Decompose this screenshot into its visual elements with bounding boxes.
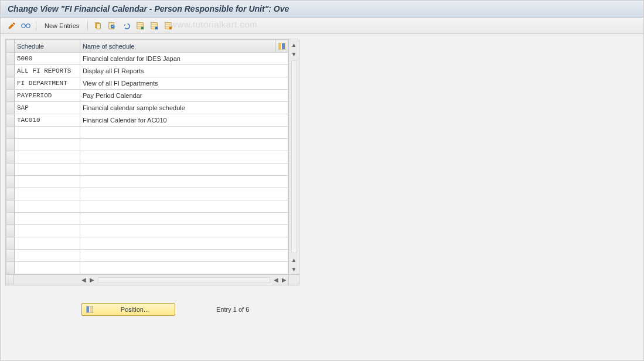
separator bbox=[36, 21, 36, 30]
cell-name[interactable] bbox=[80, 151, 288, 164]
cell-schedule[interactable]: 5000 bbox=[15, 53, 80, 65]
column-header-schedule[interactable]: Schedule bbox=[15, 40, 80, 53]
horizontal-scrollbar[interactable]: ◀ ▶ ◀ ▶ bbox=[6, 274, 299, 285]
row-selector[interactable] bbox=[6, 114, 15, 127]
table-row[interactable] bbox=[6, 250, 288, 262]
vertical-scroll-track[interactable] bbox=[291, 60, 297, 253]
row-selector[interactable] bbox=[6, 188, 15, 200]
row-selector[interactable] bbox=[6, 77, 15, 90]
cell-name[interactable] bbox=[80, 176, 288, 188]
row-selector[interactable] bbox=[6, 151, 15, 164]
table-row[interactable] bbox=[6, 262, 288, 274]
cell-schedule[interactable] bbox=[15, 164, 80, 176]
row-selector[interactable] bbox=[6, 127, 15, 139]
cell-schedule[interactable] bbox=[15, 176, 80, 188]
cell-schedule[interactable] bbox=[15, 151, 80, 164]
table-row[interactable] bbox=[6, 225, 288, 237]
cell-name[interactable] bbox=[80, 164, 288, 176]
copy-icon[interactable] bbox=[93, 21, 103, 31]
cell-schedule[interactable] bbox=[15, 127, 80, 139]
row-selector[interactable] bbox=[6, 262, 15, 274]
cell-name[interactable] bbox=[80, 200, 288, 213]
cell-schedule[interactable]: SAP bbox=[15, 102, 80, 114]
row-selector[interactable] bbox=[6, 250, 15, 262]
table-row[interactable] bbox=[6, 139, 288, 151]
cell-schedule[interactable] bbox=[15, 225, 80, 237]
row-selector[interactable] bbox=[6, 90, 15, 102]
table-row[interactable]: TAC010Financial Calendar for AC010 bbox=[6, 114, 288, 127]
cell-name[interactable] bbox=[80, 139, 288, 151]
cell-name[interactable]: Display all FI Reports bbox=[80, 65, 288, 77]
row-selector[interactable] bbox=[6, 213, 15, 225]
scroll-down-arrow-icon[interactable]: ▼ bbox=[290, 265, 298, 273]
row-selector[interactable] bbox=[6, 53, 15, 65]
new-entries-button[interactable]: New Entries bbox=[41, 21, 83, 31]
table-row[interactable]: FI DEPARTMENTView of all FI Departments bbox=[6, 77, 288, 90]
cell-schedule[interactable] bbox=[15, 262, 80, 274]
delete-icon[interactable] bbox=[107, 21, 117, 31]
row-selector[interactable] bbox=[6, 237, 15, 250]
table-row[interactable] bbox=[6, 176, 288, 188]
scroll-right-small-arrow-icon[interactable]: ▶ bbox=[88, 276, 96, 284]
row-selector[interactable] bbox=[6, 176, 15, 188]
cell-schedule[interactable] bbox=[15, 213, 80, 225]
table-row[interactable] bbox=[6, 164, 288, 176]
row-selector[interactable] bbox=[6, 225, 15, 237]
position-button[interactable]: Position... bbox=[81, 303, 175, 316]
table-container: Schedule Name of schedule 5000Financial … bbox=[5, 39, 299, 285]
cell-name[interactable]: Pay Period Calendar bbox=[80, 90, 288, 102]
cell-name[interactable] bbox=[80, 225, 288, 237]
scroll-right-arrow-icon[interactable]: ▶ bbox=[280, 276, 288, 284]
column-header-name[interactable]: Name of schedule bbox=[80, 40, 276, 53]
cell-schedule[interactable]: FI DEPARTMENT bbox=[15, 77, 80, 90]
cell-schedule[interactable] bbox=[15, 250, 80, 262]
table-row[interactable] bbox=[6, 127, 288, 139]
deselect-all-icon[interactable] bbox=[163, 21, 173, 31]
cell-schedule[interactable] bbox=[15, 237, 80, 250]
cell-name[interactable] bbox=[80, 127, 288, 139]
table-row[interactable]: SAPFinancial calendar sample schedule bbox=[6, 102, 288, 114]
vertical-scrollbar[interactable]: ▲ ▼ ▲ ▼ bbox=[288, 39, 299, 274]
table-row[interactable] bbox=[6, 213, 288, 225]
scroll-up-small-arrow-icon[interactable]: ▲ bbox=[290, 256, 298, 264]
cell-name[interactable] bbox=[80, 237, 288, 250]
table-row[interactable] bbox=[6, 151, 288, 164]
table-row[interactable] bbox=[6, 188, 288, 200]
cell-schedule[interactable]: PAYPERIOD bbox=[15, 90, 80, 102]
scroll-up-arrow-icon[interactable]: ▲ bbox=[290, 40, 298, 49]
cell-schedule[interactable] bbox=[15, 188, 80, 200]
glasses-icon[interactable] bbox=[21, 21, 31, 31]
row-selector[interactable] bbox=[6, 200, 15, 213]
table-row[interactable]: ALL FI REPORTSDisplay all FI Reports bbox=[6, 65, 288, 77]
scroll-left-small-arrow-icon[interactable]: ◀ bbox=[272, 276, 280, 284]
row-selector[interactable] bbox=[6, 139, 15, 151]
table-row[interactable] bbox=[6, 237, 288, 250]
table-row[interactable]: PAYPERIODPay Period Calendar bbox=[6, 90, 288, 102]
cell-name[interactable]: Financial Calendar for AC010 bbox=[80, 114, 288, 127]
table-row[interactable]: 5000Financial calendar for IDES Japan bbox=[6, 53, 288, 65]
undo-icon[interactable] bbox=[121, 21, 131, 31]
row-selector[interactable] bbox=[6, 164, 15, 176]
cell-schedule[interactable]: ALL FI REPORTS bbox=[15, 65, 80, 77]
cell-name[interactable]: Financial calendar for IDES Japan bbox=[80, 53, 288, 65]
cell-name[interactable] bbox=[80, 188, 288, 200]
row-selector[interactable] bbox=[6, 102, 15, 114]
toggle-display-change-icon[interactable] bbox=[6, 21, 17, 31]
table-row[interactable] bbox=[6, 200, 288, 213]
scroll-left-arrow-icon[interactable]: ◀ bbox=[80, 276, 88, 284]
row-selector[interactable] bbox=[6, 65, 15, 77]
cell-name[interactable]: View of all FI Departments bbox=[80, 77, 288, 90]
scroll-down-small-arrow-icon[interactable]: ▼ bbox=[290, 50, 298, 58]
cell-schedule[interactable] bbox=[15, 200, 80, 213]
cell-name[interactable] bbox=[80, 250, 288, 262]
configure-columns-icon[interactable] bbox=[276, 40, 288, 53]
select-block-icon[interactable] bbox=[149, 21, 159, 31]
cell-name[interactable]: Financial calendar sample schedule bbox=[80, 102, 288, 114]
select-all-icon[interactable] bbox=[135, 21, 145, 31]
cell-schedule[interactable]: TAC010 bbox=[15, 114, 80, 127]
cell-name[interactable] bbox=[80, 262, 288, 274]
cell-schedule[interactable] bbox=[15, 139, 80, 151]
row-selector-header[interactable] bbox=[6, 40, 15, 53]
horizontal-scroll-track[interactable] bbox=[98, 277, 270, 283]
cell-name[interactable] bbox=[80, 213, 288, 225]
